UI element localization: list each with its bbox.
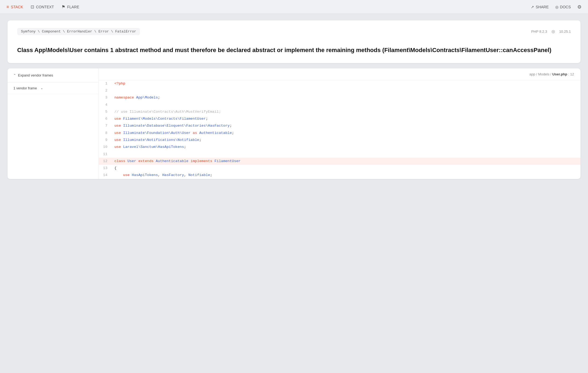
line-number: 3 <box>99 94 112 101</box>
line-code <box>112 87 580 94</box>
table-row: 9use Illuminate\Notifications\Notifiable… <box>99 137 580 144</box>
expand-vendor-label: Expand vendor frames <box>18 73 53 77</box>
line-code: use HasApiTokens, HasFactory, Notifiable… <box>112 172 580 179</box>
line-code: { <box>112 165 580 172</box>
table-row: 12class User extends Authenticatable imp… <box>99 158 580 165</box>
nav-item-context[interactable]: ⊡ CONTEXT <box>31 4 54 9</box>
line-number: 8 <box>99 130 112 137</box>
docs-label: DOCS <box>560 5 571 9</box>
settings-button[interactable]: ⚙ <box>577 4 582 10</box>
line-number: 12 <box>99 158 112 165</box>
context-icon: ⊡ <box>31 4 34 9</box>
chevron-down-icon: ⌄ <box>41 86 43 90</box>
line-number: 4 <box>99 101 112 108</box>
nav-item-stack[interactable]: ≡ STACK <box>6 5 23 9</box>
line-code: class User extends Authenticatable imple… <box>112 158 580 165</box>
breadcrumb-text: Symfony \ Component \ ErrorHandler \ Err… <box>21 30 136 34</box>
code-area: app / Models / User.php : 12 1<?php23nam… <box>99 68 580 179</box>
expand-vendor-button[interactable]: ⌃ Expand vendor frames <box>8 68 99 82</box>
line-code <box>112 101 580 108</box>
file-name: User.php <box>552 72 567 76</box>
gear-icon: ⚙ <box>577 4 582 10</box>
vendor-frame-item[interactable]: 1 vendor frame ⌄ <box>8 82 99 94</box>
table-row: 4 <box>99 101 580 108</box>
nav-left: ≡ STACK ⊡ CONTEXT ⚑ FLARE <box>6 4 531 9</box>
line-number: 1 <box>99 80 112 87</box>
flare-icon: ⚑ <box>61 4 65 9</box>
line-number: 6 <box>99 115 112 122</box>
table-row: 10use Laravel\Sanctum\HasApiTokens; <box>99 144 580 151</box>
docs-button[interactable]: ◎ DOCS <box>555 5 571 9</box>
line-code: use Illuminate\Database\Eloquent\Factori… <box>112 122 580 129</box>
main-content: Symfony \ Component \ ErrorHandler \ Err… <box>0 14 588 185</box>
table-row: 2 <box>99 87 580 94</box>
context-label: CONTEXT <box>36 5 54 9</box>
share-button[interactable]: ↗ SHARE <box>531 5 549 9</box>
line-code: use Illuminate\Notifications\Notifiable; <box>112 137 580 144</box>
stack-icon: ≡ <box>6 5 9 9</box>
table-row: 11 <box>99 151 580 158</box>
line-number: 10 <box>99 144 112 151</box>
table-row: 13{ <box>99 165 580 172</box>
table-row: 8use Illuminate\Foundation\Auth\User as … <box>99 130 580 137</box>
table-row: 6use Filament\Models\Contracts\FilamentU… <box>99 115 580 122</box>
file-path: app / Models / User.php : 12 <box>99 68 580 80</box>
line-number: 5 <box>99 108 112 115</box>
vendor-frame-label: 1 vendor frame <box>13 86 37 90</box>
code-sidebar: ⌃ Expand vendor frames 1 vendor frame ⌄ <box>8 68 99 179</box>
file-line: : 12 <box>567 72 574 76</box>
table-row: 1<?php <box>99 80 580 87</box>
flare-label: FLARE <box>67 5 79 9</box>
error-meta: PHP 8.2.3 ◎ 10.25.1 <box>531 29 571 34</box>
line-number: 7 <box>99 122 112 129</box>
line-code: namespace App\Models; <box>112 94 580 101</box>
table-row: 14 use HasApiTokens, HasFactory, Notifia… <box>99 172 580 179</box>
top-navigation: ≡ STACK ⊡ CONTEXT ⚑ FLARE ↗ SHARE ◎ DOCS… <box>0 0 588 14</box>
share-icon: ↗ <box>531 5 534 9</box>
error-title: Class App\Models\User contains 1 abstrac… <box>17 46 571 54</box>
flare-version-icon: ◎ <box>551 29 555 34</box>
error-card: Symfony \ Component \ ErrorHandler \ Err… <box>8 20 580 63</box>
code-panel: ⌃ Expand vendor frames 1 vendor frame ⌄ … <box>8 68 580 179</box>
line-number: 13 <box>99 165 112 172</box>
file-path-text: app / Models / <box>529 72 552 76</box>
line-code <box>112 151 580 158</box>
line-code: use Illuminate\Foundation\Auth\User as A… <box>112 130 580 137</box>
line-number: 14 <box>99 172 112 179</box>
error-breadcrumb: Symfony \ Component \ ErrorHandler \ Err… <box>17 28 140 35</box>
line-number: 9 <box>99 137 112 144</box>
table-row: 7use Illuminate\Database\Eloquent\Factor… <box>99 122 580 129</box>
chevron-up-icon: ⌃ <box>13 74 16 77</box>
nav-item-flare[interactable]: ⚑ FLARE <box>61 4 79 9</box>
docs-icon: ◎ <box>555 5 558 9</box>
table-row: 3namespace App\Models; <box>99 94 580 101</box>
php-version: PHP 8.2.3 <box>531 30 547 34</box>
line-code: // use Illuminate\Contracts\Auth\MustVer… <box>112 108 580 115</box>
line-number: 11 <box>99 151 112 158</box>
share-label: SHARE <box>536 5 549 9</box>
stack-label: STACK <box>11 5 23 9</box>
table-row: 5// use Illuminate\Contracts\Auth\MustVe… <box>99 108 580 115</box>
line-number: 2 <box>99 87 112 94</box>
line-code: <?php <box>112 80 580 87</box>
line-code: use Laravel\Sanctum\HasApiTokens; <box>112 144 580 151</box>
code-table: 1<?php23namespace App\Models;45// use Il… <box>99 80 580 179</box>
nav-right: ↗ SHARE ◎ DOCS ⚙ <box>531 4 582 10</box>
line-code: use Filament\Models\Contracts\FilamentUs… <box>112 115 580 122</box>
flare-version: 10.25.1 <box>559 30 571 34</box>
